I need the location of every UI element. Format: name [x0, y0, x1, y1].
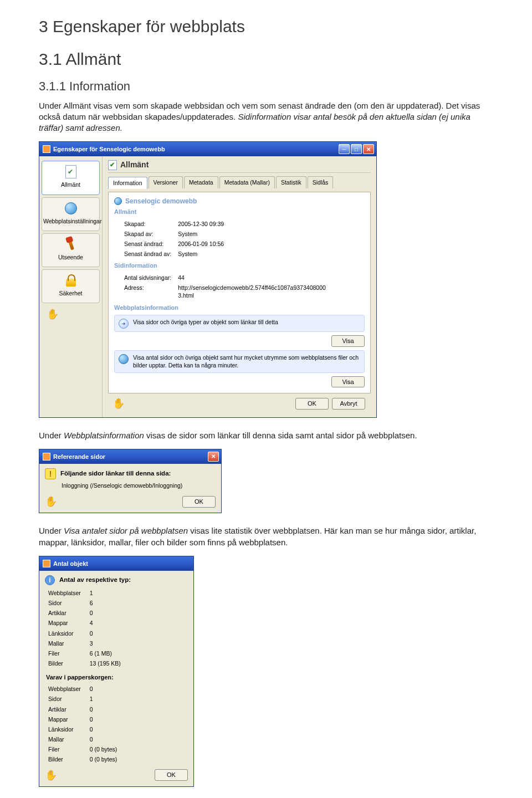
cancel-button[interactable]: Avbryt	[332, 398, 365, 410]
obj-subheading: Varav i papperskorgen:	[46, 673, 188, 682]
heading-2: 3.1 Allmänt	[39, 48, 493, 71]
table-allmant: Skapad:2005-12-30 09:39 Skapad av:System…	[123, 218, 231, 260]
tab-versioner[interactable]: Versioner	[149, 176, 183, 188]
minimize-button[interactable]: ─	[339, 144, 350, 154]
hand-icon: ✋	[45, 308, 60, 321]
ref-list-item: Inloggning (/Senselogic demowebb/Inloggn…	[62, 482, 216, 489]
globe-icon	[65, 202, 77, 214]
paragraph-3: Under Visa antalet sidor på webbplatsen …	[39, 525, 493, 548]
paragraph-2: Under Webbplatsinformation visas de sido…	[39, 430, 493, 441]
tabs: Information Versioner Metadata Metadata …	[108, 176, 371, 188]
close-button[interactable]: ✕	[363, 144, 374, 154]
paragraph-1: Under Allmänt visas vem som skapade webb…	[39, 100, 493, 134]
ok-button[interactable]: OK	[155, 769, 188, 781]
tab-metadata[interactable]: Metadata	[184, 176, 218, 188]
group-sidinfo-label: Sidinformation	[114, 262, 365, 270]
table-sidinfo: Antal sidvisningar:44 Adress:http://sens…	[123, 272, 334, 301]
tab-statistik[interactable]: Statistik	[276, 176, 306, 188]
heading-3: 3.1.1 Information	[39, 78, 493, 95]
warning-icon: !	[45, 468, 56, 479]
ref-heading: ! Följande sidor länkar till denna sida:	[45, 468, 216, 479]
sheet-check-icon	[65, 165, 76, 178]
titlebar[interactable]: Antal objekt	[39, 556, 193, 571]
show-stats-button[interactable]: Visa	[331, 376, 365, 388]
dialog-referring-pages: Refererande sidor ✕ ! Följande sidor län…	[39, 449, 222, 513]
window-title: Refererande sidor	[53, 453, 105, 461]
pane-title: Allmänt	[108, 160, 371, 173]
heading-1: 3 Egenskaper för webbplats	[39, 16, 493, 38]
titlebar[interactable]: Refererande sidor ✕	[39, 449, 221, 464]
hand-icon: ✋	[112, 397, 125, 410]
hand-icon: ✋	[45, 769, 57, 782]
nav-utseende[interactable]: Utseende	[42, 233, 100, 267]
ok-button[interactable]: OK	[295, 398, 329, 410]
lock-icon	[66, 279, 76, 287]
window-title: Antal objekt	[53, 560, 88, 568]
app-icon	[43, 560, 50, 567]
close-button[interactable]: ✕	[208, 452, 219, 462]
group-allmant-label: Allmänt	[114, 208, 365, 216]
info-object-count: Visa antal sidor och övriga objekt samt …	[114, 350, 365, 372]
hand-icon: ✋	[45, 495, 57, 508]
globe-icon	[119, 354, 129, 364]
globe-icon	[114, 197, 122, 205]
group-webbplatsinfo-label: Webbplatsinformation	[114, 304, 365, 312]
tab-information[interactable]: Information	[108, 177, 147, 188]
info-links-to-this: Visa sidor och övriga typer av objekt so…	[114, 315, 365, 332]
brush-icon	[68, 238, 74, 250]
site-name: Senselogic demowebb	[125, 197, 197, 206]
ok-button[interactable]: OK	[182, 496, 216, 508]
dialog-properties: Egenskaper för Senselogic demowebb ─ □ ✕…	[39, 141, 377, 417]
nav-webbplatsinstallningar[interactable]: Webbplatsinställningar	[42, 197, 100, 231]
maximize-button[interactable]: □	[351, 144, 362, 154]
titlebar[interactable]: Egenskaper för Senselogic demowebb ─ □ ✕	[39, 142, 376, 156]
table-object-count: Webbplatser1 Sidor6 Artiklar0 Mappar4 Lä…	[47, 587, 130, 669]
obj-heading: i Antal av respektive typ:	[45, 575, 188, 585]
link-icon	[119, 319, 129, 329]
tab-metadata-mallar[interactable]: Metadata (Mallar)	[219, 176, 275, 188]
table-trash-count: Webbplatser0 Sidor1 Artiklar0 Mappar0 Lä…	[47, 683, 126, 765]
nav-allmant[interactable]: Allmänt	[42, 161, 100, 195]
dialog-object-count: Antal objekt i Antal av respektive typ: …	[39, 556, 194, 787]
app-icon	[43, 453, 50, 461]
tab-sidlas[interactable]: Sidlås	[308, 176, 334, 188]
nav-sakerhet[interactable]: Säkerhet	[42, 269, 100, 303]
app-icon	[43, 145, 50, 153]
info-icon: i	[45, 575, 55, 585]
show-links-button[interactable]: Visa	[331, 335, 365, 347]
window-title: Egenskaper för Senselogic demowebb	[53, 145, 165, 154]
side-nav: Allmänt Webbplatsinställningar Utseende …	[39, 156, 103, 417]
sheet-check-icon	[108, 160, 117, 170]
tab-content: Senselogic demowebb Allmänt Skapad:2005-…	[108, 192, 371, 394]
